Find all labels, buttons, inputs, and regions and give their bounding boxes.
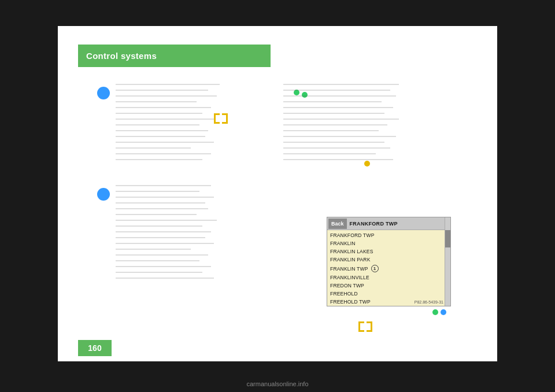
blue-circle-icon-1 <box>97 87 110 99</box>
text-line <box>116 153 211 154</box>
text-line <box>116 231 211 232</box>
text-line <box>116 249 191 250</box>
text-line <box>116 220 217 221</box>
list-item[interactable]: FRANKLINVILLE <box>327 273 443 282</box>
text-line <box>283 124 387 125</box>
watermark: carmanualsonline.info <box>246 380 308 387</box>
list-item[interactable]: FRANKLIN <box>327 239 443 247</box>
text-line <box>116 197 214 198</box>
nav-scrollbar-thumb <box>445 230 450 247</box>
text-line <box>116 214 197 215</box>
text-line <box>116 159 202 160</box>
nav-reference-code: P82.86-5439-31 <box>415 300 443 304</box>
bracket-right-2 <box>367 321 372 332</box>
list-item[interactable]: FREDON TWP <box>327 282 443 290</box>
text-line <box>116 202 205 204</box>
text-line <box>116 124 199 125</box>
text-line <box>283 101 382 102</box>
list-item[interactable]: FRANKLIN PARK <box>327 256 443 264</box>
yellow-dot-1 <box>364 161 370 167</box>
text-line <box>116 208 208 209</box>
page-number-box: 160 <box>78 340 112 356</box>
text-line <box>116 260 199 261</box>
text-line <box>283 90 390 91</box>
text-line <box>283 84 399 85</box>
text-line <box>116 101 197 102</box>
list-item[interactable]: FRANKLIN LAKES <box>327 247 443 256</box>
nav-back-button[interactable]: Back <box>328 219 347 229</box>
nav-city-list: FRANKFORD TWP FRANKLIN FRANKLIN LAKES FR… <box>327 230 450 307</box>
bracket-icon-2 <box>358 321 372 332</box>
page-title: Control systems <box>86 51 157 61</box>
green-dot-3 <box>432 309 438 315</box>
text-line <box>116 147 191 149</box>
list-item[interactable]: FRANKLIN TWP 1 <box>327 264 443 273</box>
bracket-left-2 <box>358 321 364 332</box>
blue-dot-small <box>441 309 446 315</box>
blue-circle-icon-2 <box>97 188 110 201</box>
text-line <box>116 119 214 120</box>
bracket-right-1 <box>222 113 228 124</box>
text-line <box>116 136 205 137</box>
nav-current-city: FRANKFORD TWP <box>350 221 398 227</box>
bracket-icon-1 <box>214 113 228 124</box>
text-line <box>283 142 384 143</box>
text-line <box>116 278 214 279</box>
text-line <box>116 266 211 267</box>
navigation-inset: Back FRANKFORD TWP FRANKFORD TWP FRANKLI… <box>327 217 451 306</box>
text-line <box>116 225 202 227</box>
text-line <box>116 237 205 238</box>
text-line <box>116 107 211 108</box>
nav-header: Back FRANKFORD TWP <box>327 217 450 230</box>
text-line <box>116 142 214 143</box>
text-line <box>116 254 208 256</box>
text-line <box>116 185 211 186</box>
text-line <box>116 113 202 114</box>
text-line <box>116 191 199 192</box>
text-line <box>283 107 393 108</box>
green-dot-2 <box>302 92 308 98</box>
text-line <box>283 130 379 131</box>
text-line <box>283 119 399 120</box>
text-line <box>283 136 396 137</box>
text-line <box>116 90 208 91</box>
text-line <box>283 159 393 160</box>
nav-scrollbar[interactable] <box>445 217 450 306</box>
text-line <box>116 84 220 85</box>
text-line <box>116 243 214 244</box>
list-item[interactable]: FRANKFORD TWP <box>327 231 443 239</box>
text-line <box>116 130 208 131</box>
text-line <box>116 95 217 97</box>
text-line <box>283 147 390 149</box>
marker-icon: 1 <box>371 265 379 272</box>
header-bar: Control systems <box>78 45 271 67</box>
text-line <box>283 95 396 97</box>
page-number: 160 <box>88 343 101 353</box>
bracket-left-1 <box>214 113 220 124</box>
list-item[interactable]: FREEHOLD <box>327 290 443 298</box>
text-line <box>283 153 376 154</box>
text-line <box>116 272 202 273</box>
page-content-area <box>58 26 497 361</box>
text-line <box>283 113 384 114</box>
